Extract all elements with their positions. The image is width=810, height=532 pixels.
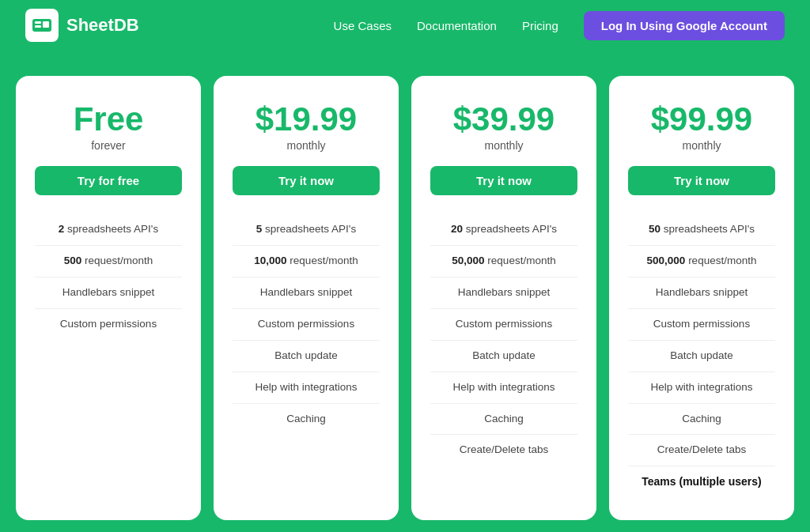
- list-item: Batch update: [233, 340, 380, 372]
- list-item: 20 spreadsheets API's: [430, 214, 577, 245]
- logo-text: SheetDB: [66, 15, 139, 36]
- list-item: 50,000 request/month: [430, 245, 577, 277]
- plan-enterprise-features: 50 spreadsheets API's 500,000 request/mo…: [628, 214, 775, 498]
- plan-free-features: 2 spreadsheets API's 500 request/month H…: [35, 214, 182, 340]
- list-item: 500 request/month: [35, 245, 182, 277]
- nav-pricing[interactable]: Pricing: [522, 19, 558, 32]
- list-item: Caching: [233, 403, 380, 435]
- navbar: SheetDB Use Cases Documentation Pricing …: [0, 0, 810, 51]
- plan-pro-period: monthly: [484, 139, 523, 152]
- plan-free-cta[interactable]: Try for free: [35, 166, 182, 195]
- list-item: Custom permissions: [233, 308, 380, 340]
- list-item: Help with integrations: [628, 372, 775, 403]
- plan-pro-price: $39.99: [453, 101, 555, 138]
- list-item: Help with integrations: [233, 372, 380, 403]
- svg-rect-3: [43, 21, 49, 28]
- list-item: Create/Delete tabs: [430, 434, 577, 466]
- nav-documentation[interactable]: Documentation: [417, 19, 497, 32]
- list-item: Help with integrations: [430, 372, 577, 403]
- list-item: Batch update: [628, 340, 775, 372]
- list-item: 50 spreadsheets API's: [628, 214, 775, 245]
- list-item: 2 spreadsheets API's: [35, 214, 182, 245]
- plan-starter-cta[interactable]: Try it now: [233, 166, 380, 195]
- plan-starter: $19.99 monthly Try it now 5 spreadsheets…: [214, 76, 399, 520]
- logo: SheetDB: [25, 9, 139, 42]
- plan-starter-period: monthly: [286, 139, 325, 152]
- login-button[interactable]: Log In Using Google Account: [584, 11, 785, 40]
- list-item: Caching: [628, 403, 775, 435]
- plan-pro-cta[interactable]: Try it now: [430, 166, 577, 195]
- plan-enterprise: $99.99 monthly Try it now 50 spreadsheet…: [609, 76, 794, 520]
- plan-free: Free forever Try for free 2 spreadsheets…: [16, 76, 201, 520]
- list-item: Handlebars snippet: [430, 277, 577, 308]
- list-item: Custom permissions: [628, 308, 775, 340]
- list-item: Custom permissions: [430, 308, 577, 340]
- list-item: Handlebars snippet: [233, 277, 380, 308]
- plan-pro: $39.99 monthly Try it now 20 spreadsheet…: [411, 76, 596, 520]
- plan-enterprise-cta[interactable]: Try it now: [628, 166, 775, 195]
- list-item: Handlebars snippet: [628, 277, 775, 308]
- plan-free-price: Free: [74, 101, 144, 138]
- list-item: Teams (multiple users): [628, 466, 775, 498]
- plan-starter-features: 5 spreadsheets API's 10,000 request/mont…: [233, 214, 380, 434]
- list-item: 10,000 request/month: [233, 245, 380, 277]
- plan-pro-features: 20 spreadsheets API's 50,000 request/mon…: [430, 214, 577, 466]
- plan-enterprise-price: $99.99: [651, 101, 752, 138]
- plan-enterprise-period: monthly: [682, 139, 721, 152]
- list-item: Create/Delete tabs: [628, 434, 775, 466]
- main-content: Free forever Try for free 2 spreadsheets…: [0, 51, 810, 532]
- plan-free-period: forever: [91, 139, 126, 152]
- pricing-grid: Free forever Try for free 2 spreadsheets…: [16, 76, 794, 520]
- list-item: 5 spreadsheets API's: [233, 214, 380, 245]
- list-item: Caching: [430, 403, 577, 435]
- svg-rect-2: [35, 25, 41, 28]
- list-item: Handlebars snippet: [35, 277, 182, 308]
- plan-starter-price: $19.99: [255, 101, 357, 138]
- nav-use-cases[interactable]: Use Cases: [334, 19, 392, 32]
- list-item: 500,000 request/month: [628, 245, 775, 277]
- list-item: Batch update: [430, 340, 577, 372]
- list-item: Custom permissions: [35, 308, 182, 340]
- logo-icon: [25, 9, 59, 42]
- svg-rect-1: [35, 21, 41, 24]
- nav-links: Use Cases Documentation Pricing Log In U…: [334, 11, 785, 40]
